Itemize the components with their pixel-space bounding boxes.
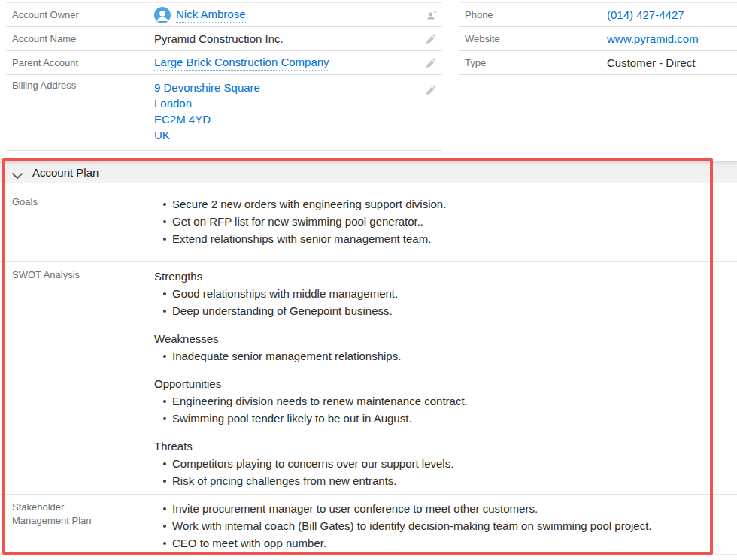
phone-link[interactable]: (014) 427-4427 [607, 8, 684, 23]
change-owner-icon[interactable] [426, 9, 438, 21]
field-value: Secure 2 new orders with engineering sup… [154, 195, 737, 247]
field-row-website: Website www.pyramid.com [459, 27, 737, 51]
field-value: Large Brick Construction Company [154, 55, 442, 71]
field-label: Account Name [6, 33, 154, 45]
parent-account-link[interactable]: Large Brick Construction Company [154, 55, 329, 71]
edit-pencil-icon[interactable] [426, 57, 438, 69]
list-item: Extend relationships with senior managem… [154, 230, 737, 247]
field-row-parent-account: Parent Account Large Brick Construction … [6, 51, 442, 75]
list-item: Invite procurement manager to user confe… [154, 500, 737, 517]
account-name-text: Pyramid Construction Inc. [154, 32, 284, 47]
swot-group-threats: Threats Competitors playing to concerns … [154, 437, 737, 489]
plan-row-goals: Goals Secure 2 new orders with engineeri… [0, 183, 737, 261]
field-value: (014) 427-4427 [607, 8, 737, 23]
edit-pencil-icon[interactable] [426, 33, 438, 45]
list-item: Swimming pool tender likely to be out in… [154, 410, 737, 427]
list-item: Risk of pricing challenges from new entr… [154, 472, 737, 489]
account-owner-link[interactable]: Nick Ambrose [176, 7, 246, 23]
record-details: Account Owner Nick Ambrose [0, 0, 737, 158]
swot-group-opportunities: Opportunities Engineering division needs… [154, 375, 737, 427]
field-label: Stakeholder Management Plan [12, 501, 101, 528]
billing-address-line[interactable]: EC2M 4YD [154, 111, 442, 127]
field-value: Customer - Direct [607, 56, 737, 71]
swot-heading: Opportunities [154, 375, 737, 392]
field-label: Phone [459, 9, 607, 21]
field-row-account-name: Account Name Pyramid Construction Inc. [6, 27, 442, 51]
opportunities-list: Engineering division needs to renew main… [154, 392, 737, 427]
plan-row-stakeholder-management: Stakeholder Management Plan Invite procu… [0, 494, 737, 554]
field-value: 9 Devonshire Square London EC2M 4YD UK [154, 80, 442, 143]
billing-address-line[interactable]: 9 Devonshire Square [154, 80, 442, 95]
account-detail-page: Account Owner Nick Ambrose [0, 0, 737, 560]
edit-pencil-icon[interactable] [426, 84, 438, 96]
website-link[interactable]: www.pyramid.com [607, 32, 699, 47]
swot-group-weaknesses: Weaknesses Inadequate senior management … [154, 330, 737, 365]
list-item: Secure 2 new orders with engineering sup… [154, 195, 737, 213]
field-row-type: Type Customer - Direct [459, 51, 737, 75]
list-item: CEO to meet with opp number. [154, 534, 737, 552]
chevron-down-icon [12, 169, 23, 176]
section-title: Account Plan [32, 166, 99, 179]
field-label: Website [459, 33, 607, 45]
details-right-column: Phone (014) 427-4427 Website www.pyramid… [459, 2, 737, 75]
swot-heading: Weaknesses [154, 330, 737, 347]
list-item: Get on RFP list for new swimming pool ge… [154, 213, 737, 230]
type-text: Customer - Direct [607, 56, 696, 71]
field-row-billing-address: Billing Address 9 Devonshire Square Lond… [6, 75, 442, 151]
field-label: Account Owner [6, 9, 154, 21]
details-left-column: Account Owner Nick Ambrose [6, 2, 442, 151]
swot-group-strengths: Strengths Good relationships with middle… [154, 268, 737, 319]
section-header-account-plan[interactable]: Account Plan [0, 161, 737, 183]
field-row-account-owner: Account Owner Nick Ambrose [6, 3, 442, 27]
account-plan-section: Account Plan Goals Secure 2 new orders w… [0, 161, 737, 554]
swot-heading: Strengths [154, 268, 737, 285]
strengths-list: Good relationships with middle managemen… [154, 285, 737, 319]
field-label: Billing Address [6, 80, 154, 92]
field-value: Nick Ambrose [154, 7, 442, 23]
list-item: Deep understanding of Genepoint business… [154, 302, 737, 319]
plan-row-swot-analysis: SWOT Analysis Strengths Good relationshi… [0, 261, 737, 494]
field-value: Strengths Good relationships with middle… [154, 268, 737, 489]
field-value: Invite procurement manager to user confe… [154, 500, 737, 552]
list-item: Good relationships with middle managemen… [154, 285, 737, 302]
field-value: www.pyramid.com [607, 32, 737, 47]
field-row-phone: Phone (014) 427-4427 [459, 3, 737, 27]
field-label: Type [459, 57, 607, 69]
user-avatar-icon [154, 7, 171, 23]
field-label: SWOT Analysis [12, 268, 101, 282]
weaknesses-list: Inadequate senior management relationshi… [154, 347, 737, 365]
list-item: Work with internal coach (Bill Gates) to… [154, 517, 737, 534]
goals-list: Secure 2 new orders with engineering sup… [154, 195, 737, 247]
list-item: Inadequate senior management relationshi… [154, 347, 737, 365]
field-label: Goals [12, 195, 101, 209]
billing-address-line[interactable]: UK [154, 127, 442, 143]
billing-address-line[interactable]: London [154, 95, 442, 111]
field-label: Parent Account [6, 57, 154, 69]
list-item: Competitors playing to concerns over our… [154, 455, 737, 472]
field-value: Pyramid Construction Inc. [154, 32, 442, 47]
stakeholder-plan-list: Invite procurement manager to user confe… [154, 500, 737, 552]
swot-heading: Threats [154, 437, 737, 455]
list-item: Engineering division needs to renew main… [154, 392, 737, 410]
threats-list: Competitors playing to concerns over our… [154, 455, 737, 489]
